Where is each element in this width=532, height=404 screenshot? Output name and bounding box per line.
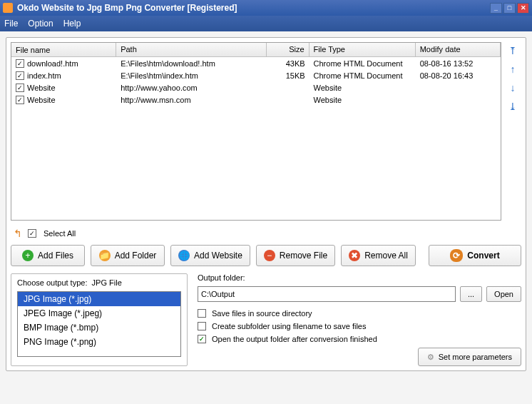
globe-icon: 🌐 <box>178 250 190 261</box>
row-filename: Website <box>27 84 56 92</box>
remove-file-button[interactable]: −Remove File <box>256 245 335 266</box>
convert-button[interactable]: ⟳Convert <box>429 245 521 266</box>
save-source-checkbox[interactable] <box>198 309 206 318</box>
row-filename: download!.htm <box>27 59 78 68</box>
row-size: 43KB <box>267 59 310 69</box>
col-filetype[interactable]: File Type <box>310 43 416 56</box>
open-folder-button[interactable]: Open <box>486 286 521 302</box>
remove-all-icon: ✖ <box>349 250 360 261</box>
row-checkbox[interactable]: ✓ <box>16 84 24 92</box>
open-after-label: Open the output folder after conversion … <box>212 335 377 343</box>
maximize-button[interactable]: □ <box>503 3 516 14</box>
app-icon <box>3 3 13 13</box>
row-type: Website <box>310 95 416 105</box>
row-type: Website <box>310 83 416 93</box>
folder-icon: 📁 <box>99 250 111 261</box>
open-after-checkbox[interactable]: ✓ <box>198 335 206 343</box>
row-type: Chrome HTML Document <box>310 59 416 69</box>
row-type: Chrome HTML Document <box>310 71 416 81</box>
row-path: E:\Files\htm\index.htm <box>116 71 267 81</box>
output-type-panel: Choose output type: JPG File JPG Image (… <box>11 273 188 366</box>
titlebar: Okdo Website to Jpg Bmp Png Converter [R… <box>0 0 532 16</box>
output-type-list[interactable]: JPG Image (*.jpg)JPEG Image (*.jpeg)BMP … <box>17 291 181 357</box>
row-path: E:\Files\htm\download!.htm <box>116 59 267 69</box>
output-folder-label: Output folder: <box>198 273 521 282</box>
row-date: 08-08-20 16:43 <box>416 71 501 81</box>
row-date: 08-08-16 13:52 <box>416 59 501 69</box>
table-row[interactable]: ✓download!.htmE:\Files\htm\download!.htm… <box>11 57 501 69</box>
row-checkbox[interactable]: ✓ <box>16 96 24 104</box>
row-path: http://www.msn.com <box>116 95 267 105</box>
select-all-checkbox[interactable]: ✓ <box>28 229 36 238</box>
output-type-current: JPG File <box>92 278 122 287</box>
file-table[interactable]: File name Path Size File Type Modify dat… <box>11 42 501 221</box>
menu-help[interactable]: Help <box>63 19 81 29</box>
move-down-icon[interactable]: ↓ <box>506 82 520 94</box>
create-subfolder-checkbox[interactable] <box>198 322 206 330</box>
output-type-option[interactable]: JPEG Image (*.jpeg) <box>18 306 180 320</box>
minimize-button[interactable]: _ <box>490 3 502 14</box>
move-top-icon[interactable]: ⤒ <box>506 45 520 56</box>
create-subfolder-label: Create subfolder using filename to save … <box>212 322 366 330</box>
output-type-option[interactable]: BMP Image (*.bmp) <box>18 320 180 335</box>
row-checkbox[interactable]: ✓ <box>16 59 24 68</box>
row-size <box>267 87 310 89</box>
minus-icon: − <box>264 250 275 261</box>
gear-icon: ⚙ <box>427 353 434 362</box>
move-up-icon[interactable]: ↑ <box>506 64 520 75</box>
table-row[interactable]: ✓Websitehttp://www.yahoo.comWebsite <box>11 81 501 94</box>
menu-option[interactable]: Option <box>28 19 53 29</box>
set-more-parameters-button[interactable]: ⚙Set more parameters <box>418 348 521 366</box>
output-type-label: Choose output type: <box>17 278 87 287</box>
row-filename: index.htm <box>27 71 61 80</box>
add-files-button[interactable]: +Add Files <box>11 245 85 266</box>
browse-button[interactable]: ... <box>460 286 482 302</box>
row-size <box>267 99 310 101</box>
menu-file[interactable]: File <box>4 19 18 29</box>
convert-icon: ⟳ <box>450 249 463 262</box>
add-folder-button[interactable]: 📁Add Folder <box>91 245 165 266</box>
window-title: Okdo Website to Jpg Bmp Png Converter [R… <box>17 3 488 13</box>
output-type-option[interactable]: JPG Image (*.jpg) <box>18 292 180 306</box>
table-row[interactable]: ✓index.htmE:\Files\htm\index.htm15KBChro… <box>11 69 501 81</box>
plus-icon: + <box>22 250 34 261</box>
row-path: http://www.yahoo.com <box>116 83 267 93</box>
output-folder-input[interactable] <box>198 286 456 302</box>
move-bottom-icon[interactable]: ⤓ <box>506 101 520 112</box>
remove-all-button[interactable]: ✖Remove All <box>341 245 416 266</box>
row-filename: Website <box>27 96 56 104</box>
menubar: File Option Help <box>0 16 532 31</box>
add-website-button[interactable]: 🌐Add Website <box>170 245 250 266</box>
col-modifydate[interactable]: Modify date <box>416 43 501 56</box>
up-folder-icon[interactable]: ↰ <box>14 228 22 239</box>
row-date <box>416 99 501 101</box>
select-all-label: Select All <box>44 229 76 238</box>
row-date <box>416 87 501 89</box>
output-type-option[interactable]: PNG Image (*.png) <box>18 335 180 349</box>
save-source-label: Save files in source directory <box>212 309 312 318</box>
row-checkbox[interactable]: ✓ <box>16 71 24 80</box>
reorder-controls: ⤒ ↑ ↓ ⤓ <box>506 42 521 221</box>
close-button[interactable]: ✕ <box>517 3 529 14</box>
col-size[interactable]: Size <box>267 43 310 56</box>
table-header: File name Path Size File Type Modify dat… <box>11 43 501 57</box>
col-filename[interactable]: File name <box>11 43 116 56</box>
table-row[interactable]: ✓Websitehttp://www.msn.comWebsite <box>11 94 501 106</box>
col-path[interactable]: Path <box>116 43 267 56</box>
row-size: 15KB <box>267 71 310 81</box>
